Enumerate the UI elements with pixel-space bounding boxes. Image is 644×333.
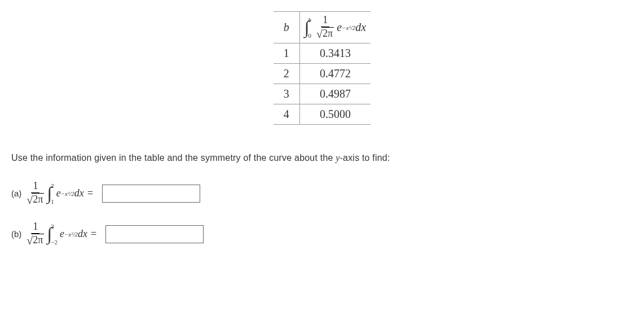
table-header-b: b bbox=[274, 12, 300, 43]
qa-int-upper: 2 bbox=[51, 182, 54, 189]
qb-frac-den: 2π bbox=[32, 234, 44, 247]
table-cell-b: 3 bbox=[274, 84, 300, 104]
qb-int-upper: 3 bbox=[51, 223, 58, 230]
table-row: 1 0.3413 bbox=[274, 43, 370, 64]
qb-frac-num: 1 bbox=[31, 221, 39, 234]
fraction-numerator: 1 bbox=[321, 14, 329, 27]
table-cell-b: 4 bbox=[274, 104, 300, 125]
qa-int-lower: 1 bbox=[51, 198, 54, 205]
normal-distribution-table: b ∫ b 0 1 √ 2π bbox=[274, 11, 370, 125]
qa-equals: = bbox=[87, 187, 93, 199]
table-cell-b: 1 bbox=[274, 43, 300, 64]
qb-dx: dx bbox=[78, 228, 87, 240]
answer-input-a[interactable] bbox=[102, 185, 200, 203]
question-a-label: (a) bbox=[11, 189, 21, 198]
table-row: 3 0.4987 bbox=[274, 84, 370, 104]
table-cell-b: 2 bbox=[274, 64, 300, 84]
dx-label: dx bbox=[355, 21, 366, 34]
qb-int-lower: −2 bbox=[51, 239, 58, 246]
table-cell-value: 0.4772 bbox=[299, 64, 370, 84]
qb-exp: −x²/2 bbox=[64, 231, 78, 238]
question-b-label: (b) bbox=[11, 229, 21, 239]
question-a: (a) 1 √ 2π ∫ 2 1 e−x²/2 dx = bbox=[11, 180, 633, 207]
integral-upper-bound: b bbox=[308, 16, 312, 23]
table-row: 4 0.5000 bbox=[274, 104, 370, 125]
table-cell-value: 0.4987 bbox=[299, 84, 370, 104]
table-cell-value: 0.5000 bbox=[299, 104, 370, 125]
table-cell-value: 0.3413 bbox=[299, 43, 370, 64]
data-table-container: b ∫ b 0 1 √ 2π bbox=[11, 11, 633, 125]
integral-lower-bound: 0 bbox=[308, 32, 312, 39]
question-b: (b) 1 √ 2π ∫ 3 −2 e−x²/2 dx = bbox=[11, 221, 633, 247]
qa-dx: dx bbox=[74, 187, 84, 199]
qb-e: e bbox=[60, 228, 64, 240]
answer-input-b[interactable] bbox=[105, 225, 204, 243]
exponent: −x²/2 bbox=[342, 24, 355, 31]
instruction-text: Use the information given in the table a… bbox=[11, 153, 633, 163]
fraction-denominator: 2π bbox=[321, 27, 334, 40]
qb-equals: = bbox=[91, 228, 96, 240]
table-header-formula: ∫ b 0 1 √ 2π e−x²/2 bbox=[299, 12, 370, 43]
qa-exp: −x²/2 bbox=[61, 190, 74, 197]
table-row: 2 0.4772 bbox=[274, 64, 370, 84]
qa-e: e bbox=[56, 187, 61, 199]
qa-frac-den: 2π bbox=[32, 193, 44, 206]
qa-frac-num: 1 bbox=[31, 180, 39, 193]
